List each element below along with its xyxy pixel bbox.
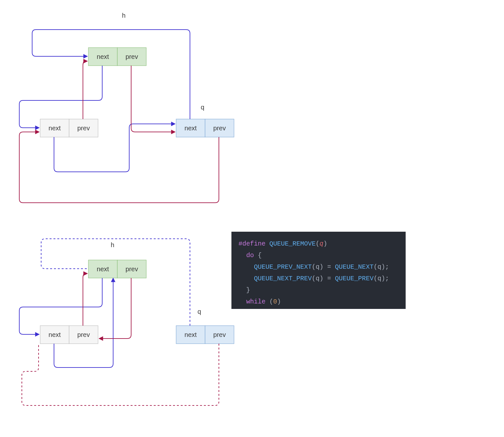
diagram-before: h q next prev next prev next prev bbox=[19, 12, 234, 203]
edge-mid-prev-to-h-before bbox=[83, 61, 87, 119]
node-mid-before: next prev bbox=[40, 119, 98, 137]
node-q-before: next prev bbox=[176, 119, 234, 137]
edge-h-prev-to-mid-after bbox=[99, 278, 131, 339]
node-q-after: next prev bbox=[176, 326, 234, 344]
tok-param: q bbox=[320, 240, 323, 247]
svg-text:next: next bbox=[49, 331, 61, 338]
tok-define: #define bbox=[239, 240, 266, 247]
edge-mid-next-to-h-after bbox=[54, 278, 113, 367]
tok-do: do bbox=[246, 252, 254, 259]
node-mid-prev-label: prev bbox=[77, 125, 90, 132]
label-q-after: q bbox=[197, 308, 201, 315]
svg-text:next: next bbox=[184, 331, 197, 338]
node-q-prev-label: prev bbox=[213, 125, 226, 132]
label-h-before: h bbox=[122, 12, 125, 19]
node-q-next-label: next bbox=[184, 125, 197, 132]
edge-mid-prev-to-h-after bbox=[83, 274, 87, 326]
edge-q-prev-to-mid-before bbox=[19, 132, 219, 203]
edge-h-next-to-mid-before bbox=[19, 66, 102, 128]
node-h-after: next prev bbox=[88, 260, 146, 278]
svg-text:prev: prev bbox=[213, 331, 226, 338]
tok-brace-open: { bbox=[258, 252, 262, 259]
tok-l1-rhs: QUEUE_NEXT bbox=[335, 263, 374, 271]
tok-zero: 0 bbox=[273, 298, 277, 305]
svg-text:prev: prev bbox=[77, 331, 90, 338]
edge-q-next-to-h-after-dashed bbox=[41, 239, 190, 326]
edge-h-prev-to-q-before bbox=[131, 66, 175, 132]
edge-q-next-to-h-before bbox=[32, 30, 190, 119]
label-h-after: h bbox=[111, 241, 114, 248]
svg-text:next: next bbox=[97, 265, 109, 273]
node-h-next-label: next bbox=[97, 53, 109, 60]
diagram-after: h q next prev next prev next prev bbox=[19, 239, 234, 405]
tok-while: while bbox=[246, 298, 266, 305]
tok-l2-lhs: QUEUE_NEXT_PREV bbox=[254, 275, 312, 282]
node-mid-after: next prev bbox=[40, 326, 98, 344]
tok-l1-lhs: QUEUE_PREV_NEXT bbox=[254, 263, 312, 271]
edge-q-prev-to-mid-after-dashed bbox=[22, 344, 219, 405]
tok-macro-name: QUEUE_REMOVE bbox=[269, 240, 316, 247]
node-h-prev-label: prev bbox=[126, 53, 138, 60]
tok-l2-rhs: QUEUE_PREV bbox=[335, 275, 374, 282]
node-mid-next-label: next bbox=[49, 125, 61, 132]
code-panel: #define QUEUE_REMOVE(q) do { QUEUE_PREV_… bbox=[231, 232, 406, 309]
svg-text:prev: prev bbox=[126, 265, 138, 273]
label-q-before: q bbox=[201, 104, 204, 111]
node-h-before: next prev bbox=[88, 48, 146, 66]
tok-brace-close: } bbox=[246, 286, 250, 294]
